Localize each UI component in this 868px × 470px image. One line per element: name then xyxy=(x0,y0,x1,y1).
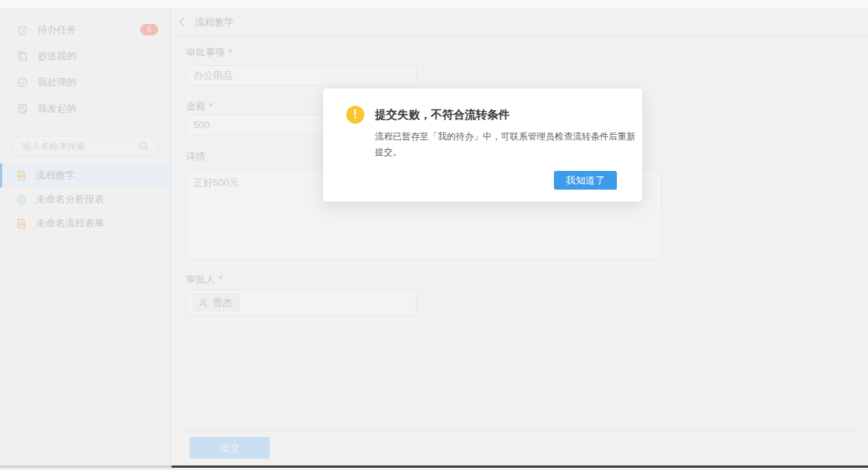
dialog-title: 提交失败，不符合流转条件 xyxy=(375,108,510,122)
submit-failed-dialog: ! 提交失败，不符合流转条件 流程已暂存至「我的待办」中，可联系管理员检查流转条… xyxy=(323,88,642,202)
dialog-message: 流程已暂存至「我的待办」中，可联系管理员检查流转条件后重新提交。 xyxy=(375,129,643,160)
modal-overlay[interactable] xyxy=(0,0,868,470)
dialog-confirm-button[interactable]: 我知道了 xyxy=(554,171,617,190)
warning-icon: ! xyxy=(346,106,364,124)
